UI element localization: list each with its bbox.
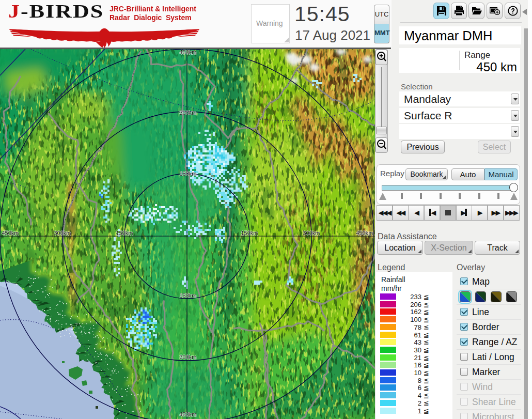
- svg-text:300km: 300km: [179, 110, 196, 116]
- svg-text:300km: 300km: [303, 230, 320, 236]
- svg-text:450km: 450km: [2, 230, 19, 236]
- svg-text:300km: 300km: [179, 354, 196, 360]
- svg-text:450km: 450km: [356, 230, 373, 236]
- svg-text:450km: 450km: [179, 49, 196, 55]
- svg-text:150km: 150km: [179, 292, 196, 299]
- svg-text:150km: 150km: [241, 230, 258, 236]
- svg-text:150km: 150km: [179, 170, 196, 177]
- svg-text:300km: 300km: [54, 230, 71, 236]
- svg-text:450km: 450km: [179, 411, 196, 417]
- svg-text:150km: 150km: [116, 230, 133, 236]
